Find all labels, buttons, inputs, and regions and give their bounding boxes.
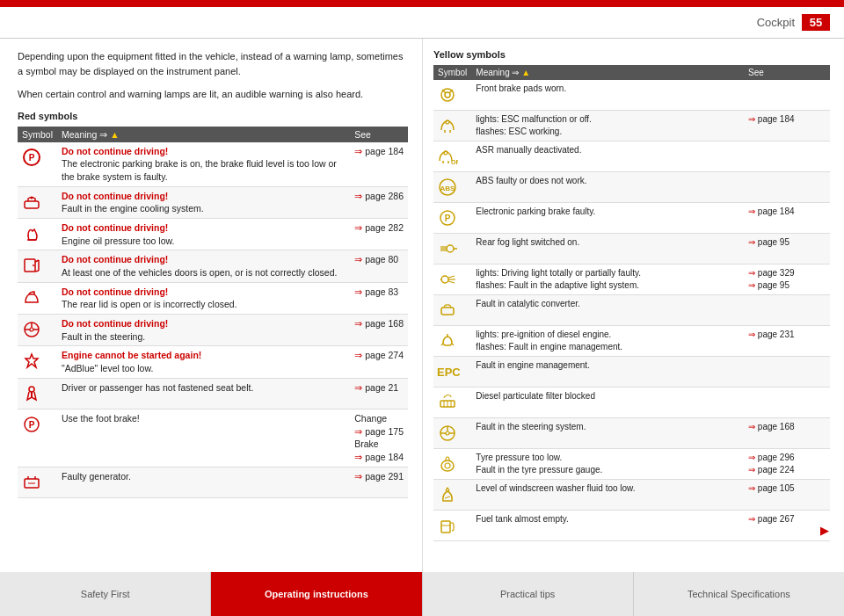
svg-line-6 bbox=[35, 271, 39, 272]
epc-icon: EPC bbox=[435, 359, 460, 384]
yellow-section-title: Yellow symbols bbox=[433, 49, 830, 60]
table-row: Do not continue driving! Fault in the en… bbox=[18, 186, 408, 218]
meaning-cell: Do not continue driving! The electronic … bbox=[57, 142, 350, 187]
meaning-cell: Do not continue driving! The rear lid is… bbox=[57, 282, 350, 314]
table-row: P Do not continue driving! The electroni… bbox=[18, 142, 408, 187]
see-cell: ⇒ page 329⇒ page 95 bbox=[744, 265, 830, 295]
table-row: Do not continue driving! Fault in the st… bbox=[18, 315, 408, 346]
svg-text:P: P bbox=[29, 153, 35, 163]
svg-point-14 bbox=[29, 387, 34, 392]
front-brake-pads-icon bbox=[435, 83, 460, 107]
tab-safety-first[interactable]: Safety First bbox=[0, 572, 211, 616]
see-cell: ⇒ page 296⇒ page 224 bbox=[744, 449, 830, 480]
see-cell: ⇒ page 105 bbox=[744, 480, 830, 511]
symbol-cell: P bbox=[18, 142, 57, 187]
svg-point-10 bbox=[30, 328, 33, 331]
symbol-cell bbox=[18, 378, 57, 409]
red-section-title: Red symbols bbox=[18, 111, 408, 121]
table-row: Do not continue driving! Engine oil pres… bbox=[18, 218, 408, 250]
symbol-cell bbox=[433, 326, 471, 357]
table-row: P Use the foot brake! Change⇒ page 175Br… bbox=[18, 409, 408, 467]
see-cell: ⇒ page 286 bbox=[350, 186, 408, 218]
steering-red-icon bbox=[19, 317, 44, 342]
symbol-cell bbox=[18, 250, 57, 282]
tab-practical-tips[interactable]: Practical tips bbox=[423, 572, 634, 616]
symbol-cell bbox=[18, 346, 57, 378]
meaning-cell: Engine cannot be started again! "AdBlue"… bbox=[57, 346, 350, 378]
oil-pressure-icon bbox=[19, 221, 44, 246]
meaning-cell: Electronic parking brake faulty. bbox=[471, 203, 744, 234]
see-cell: ⇒ page 267 ▶ bbox=[744, 511, 830, 541]
adblue-icon bbox=[19, 349, 44, 373]
see-cell: ⇒ page 291 bbox=[350, 467, 408, 497]
meaning-cell: Do not continue driving! Engine oil pres… bbox=[57, 218, 350, 250]
symbol-cell bbox=[433, 80, 471, 111]
tyre-pressure-icon bbox=[435, 452, 460, 476]
table-row: OFF ASR manually deactivated. bbox=[433, 141, 830, 172]
table-row: lights: Driving light totally or partial… bbox=[433, 265, 830, 295]
symbol-cell: P bbox=[433, 203, 471, 234]
meaning-cell: lights: pre-ignition of diesel engine.fl… bbox=[471, 326, 744, 357]
right-column: Yellow symbols Symbol Meaning ⇒ ▲ See bbox=[422, 39, 844, 572]
table-row: lights: ESC malfunction or off.flashes: … bbox=[433, 111, 830, 141]
svg-point-56 bbox=[446, 431, 449, 435]
symbol-cell bbox=[433, 388, 471, 418]
epb-icon: P bbox=[435, 206, 460, 230]
svg-point-8 bbox=[33, 265, 34, 266]
meaning-cell: Use the foot brake! bbox=[57, 409, 350, 467]
meaning-cell: Front brake pads worn. bbox=[471, 80, 744, 111]
see-cell bbox=[744, 357, 830, 388]
meaning-cell: Do not continue driving! Fault in the st… bbox=[57, 315, 350, 346]
svg-line-44 bbox=[448, 281, 455, 283]
rear-lid-icon bbox=[19, 286, 44, 310]
svg-line-48 bbox=[441, 344, 443, 345]
see-cell: ⇒ page 231 bbox=[744, 326, 830, 357]
see-cell bbox=[744, 172, 830, 203]
seatbelt-icon bbox=[19, 381, 44, 406]
col-symbol: Symbol bbox=[18, 127, 57, 142]
foot-brake-icon: P bbox=[19, 412, 44, 437]
see-cell: Change⇒ page 175Brake⇒ page 184 bbox=[350, 409, 408, 467]
fuel-icon bbox=[435, 513, 460, 538]
meaning-cell: Fuel tank almost empty. bbox=[471, 511, 744, 541]
svg-line-62 bbox=[445, 496, 450, 498]
generator-icon bbox=[19, 470, 44, 495]
see-cell: ⇒ page 83 bbox=[350, 282, 408, 314]
yellow-symbols-table: Symbol Meaning ⇒ ▲ See bbox=[433, 65, 830, 541]
svg-rect-46 bbox=[441, 308, 454, 315]
col-meaning: Meaning ⇒ ▲ bbox=[471, 65, 744, 80]
red-symbols-table: Symbol Meaning ⇒ ▲ See P bbox=[18, 127, 408, 498]
symbol-cell bbox=[433, 418, 471, 449]
table-row: Fault in catalytic converter. bbox=[433, 295, 830, 326]
col-symbol: Symbol bbox=[433, 65, 471, 80]
symbol-cell bbox=[433, 449, 471, 480]
svg-point-3 bbox=[31, 196, 33, 199]
tab-safety-first-label: Safety First bbox=[81, 589, 130, 599]
symbol-cell bbox=[18, 467, 57, 497]
table-row: Diesel particulate filter blocked bbox=[433, 388, 830, 418]
symbol-cell bbox=[18, 218, 57, 250]
meaning-cell: Do not continue driving! Fault in the en… bbox=[57, 186, 350, 218]
tab-operating-instructions[interactable]: Operating instructions bbox=[211, 572, 422, 616]
symbol-cell: EPC bbox=[433, 357, 471, 388]
meaning-cell: Fault in engine management. bbox=[471, 357, 744, 388]
see-cell: ⇒ page 95 bbox=[744, 234, 830, 265]
meaning-cell: Level of windscreen washer fluid too low… bbox=[471, 480, 744, 511]
abs-icon: ABS bbox=[435, 175, 460, 199]
col-meaning: Meaning ⇒ ▲ bbox=[57, 127, 350, 142]
table-row: Rear fog light switched on. ⇒ page 95 bbox=[433, 234, 830, 265]
see-cell: ⇒ page 274 bbox=[350, 346, 408, 378]
svg-text:OFF: OFF bbox=[451, 159, 458, 165]
driving-light-icon bbox=[435, 267, 460, 292]
see-cell bbox=[744, 388, 830, 418]
see-cell: ⇒ page 184 bbox=[350, 142, 408, 187]
tab-technical-specs[interactable]: Technical Specifications bbox=[634, 572, 844, 616]
table-row: lights: pre-ignition of diesel engine.fl… bbox=[433, 326, 830, 357]
table-row: Driver or passenger has not fastened sea… bbox=[18, 378, 408, 409]
svg-line-42 bbox=[448, 276, 455, 278]
see-cell: ⇒ page 168 bbox=[350, 315, 408, 346]
svg-text:EPC: EPC bbox=[437, 366, 460, 379]
see-cell bbox=[744, 295, 830, 326]
left-column: Depending upon the equipment fitted in t… bbox=[0, 39, 422, 572]
page-number: 55 bbox=[802, 14, 830, 31]
